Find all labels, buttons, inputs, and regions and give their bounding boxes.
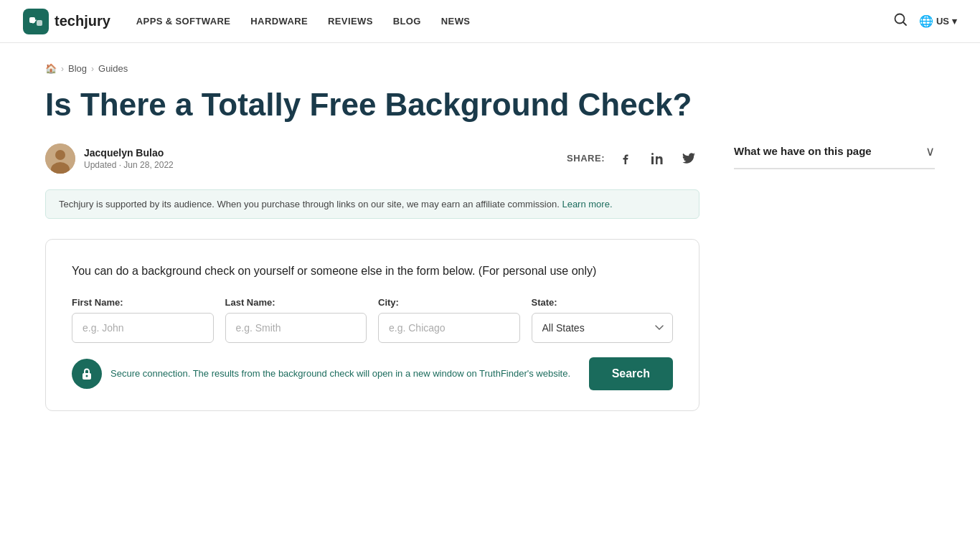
author-name: Jacquelyn Bulao bbox=[84, 147, 174, 159]
background-check-form-card: You can do a background check on yoursel… bbox=[45, 239, 699, 411]
main-nav: APPS & SOFTWARE HARDWARE REVIEWS BLOG NE… bbox=[136, 16, 471, 27]
form-description: You can do a background check on yoursel… bbox=[72, 263, 673, 280]
last-name-field: Last Name: bbox=[225, 297, 367, 343]
city-input[interactable] bbox=[378, 313, 520, 343]
locale-label: US bbox=[936, 16, 949, 27]
toc-toggle[interactable]: What we have on this page ∨ bbox=[734, 143, 935, 169]
breadcrumb-blog-link[interactable]: Blog bbox=[68, 63, 87, 74]
article-main: Jacquelyn Bulao Updated · Jun 28, 2022 S… bbox=[45, 143, 699, 411]
search-icon[interactable] bbox=[893, 12, 908, 30]
avatar bbox=[45, 143, 75, 174]
content-layout: Jacquelyn Bulao Updated · Jun 28, 2022 S… bbox=[45, 143, 935, 411]
toc-title: What we have on this page bbox=[734, 145, 872, 157]
logo-icon bbox=[23, 9, 49, 34]
svg-rect-7 bbox=[651, 156, 654, 164]
nav-hardware[interactable]: HARDWARE bbox=[250, 16, 308, 27]
share-label: SHARE: bbox=[567, 153, 605, 164]
secure-icon-wrap bbox=[72, 359, 102, 389]
state-field: State: All StatesAlabamaAlaskaArizonaArk… bbox=[532, 297, 674, 343]
facebook-icon[interactable] bbox=[615, 148, 636, 169]
disclosure-learn-more-link[interactable]: Learn more. bbox=[562, 199, 612, 209]
breadcrumb-current: Guides bbox=[98, 63, 128, 74]
state-label: State: bbox=[532, 297, 674, 308]
linkedin-icon[interactable] bbox=[646, 148, 668, 169]
breadcrumb-home-link[interactable]: 🏠 bbox=[45, 63, 57, 74]
svg-line-3 bbox=[903, 22, 906, 25]
disclosure-text: Techjury is supported by its audience. W… bbox=[59, 199, 560, 209]
nav-reviews[interactable]: REVIEWS bbox=[328, 16, 373, 27]
city-field: City: bbox=[378, 297, 520, 343]
svg-point-10 bbox=[86, 375, 88, 377]
logo-link[interactable]: techjury bbox=[23, 9, 110, 34]
breadcrumb-sep-1: › bbox=[61, 64, 64, 74]
author-info: Jacquelyn Bulao Updated · Jun 28, 2022 bbox=[45, 143, 174, 174]
first-name-input[interactable] bbox=[72, 313, 214, 343]
first-name-label: First Name: bbox=[72, 297, 214, 308]
twitter-icon[interactable] bbox=[678, 148, 699, 169]
form-fields: First Name: Last Name: City: State: bbox=[72, 297, 673, 343]
author-row: Jacquelyn Bulao Updated · Jun 28, 2022 S… bbox=[45, 143, 699, 174]
breadcrumb: 🏠 › Blog › Guides bbox=[45, 63, 935, 74]
header-right: 🌐 US ▾ bbox=[893, 12, 957, 30]
nav-apps-software[interactable]: APPS & SOFTWARE bbox=[136, 16, 231, 27]
nav-blog[interactable]: BLOG bbox=[393, 16, 421, 27]
secure-info: Secure connection. The results from the … bbox=[72, 359, 578, 389]
share-row: SHARE: bbox=[567, 148, 699, 169]
last-name-label: Last Name: bbox=[225, 297, 367, 308]
locale-button[interactable]: 🌐 US ▾ bbox=[919, 14, 957, 28]
state-select[interactable]: All StatesAlabamaAlaskaArizonaArkansasCa… bbox=[532, 313, 674, 343]
lock-icon bbox=[80, 367, 94, 381]
first-name-field: First Name: bbox=[72, 297, 214, 343]
search-button[interactable]: Search bbox=[589, 357, 673, 390]
locale-chevron-icon: ▾ bbox=[952, 16, 957, 27]
logo-text: techjury bbox=[55, 13, 110, 29]
author-date: Updated · Jun 28, 2022 bbox=[84, 160, 174, 170]
author-details: Jacquelyn Bulao Updated · Jun 28, 2022 bbox=[84, 147, 174, 170]
city-label: City: bbox=[378, 297, 520, 308]
last-name-input[interactable] bbox=[225, 313, 367, 343]
sidebar: What we have on this page ∨ bbox=[734, 143, 935, 169]
globe-icon: 🌐 bbox=[919, 14, 933, 28]
svg-point-5 bbox=[55, 150, 65, 160]
secure-text: Secure connection. The results from the … bbox=[110, 367, 570, 381]
breadcrumb-sep-2: › bbox=[91, 64, 94, 74]
nav-news[interactable]: NEWS bbox=[441, 16, 471, 27]
article-title: Is There a Totally Free Background Check… bbox=[45, 87, 935, 123]
toc-chevron-icon: ∨ bbox=[925, 143, 935, 159]
header-left: techjury APPS & SOFTWARE HARDWARE REVIEW… bbox=[23, 9, 470, 34]
main-wrapper: 🏠 › Blog › Guides Is There a Totally Fre… bbox=[17, 43, 963, 440]
home-icon: 🏠 bbox=[45, 63, 57, 74]
site-header: techjury APPS & SOFTWARE HARDWARE REVIEW… bbox=[0, 0, 980, 43]
disclosure-bar: Techjury is supported by its audience. W… bbox=[45, 189, 699, 219]
svg-point-8 bbox=[651, 153, 654, 155]
svg-rect-1 bbox=[37, 20, 42, 26]
form-footer: Secure connection. The results from the … bbox=[72, 357, 673, 390]
